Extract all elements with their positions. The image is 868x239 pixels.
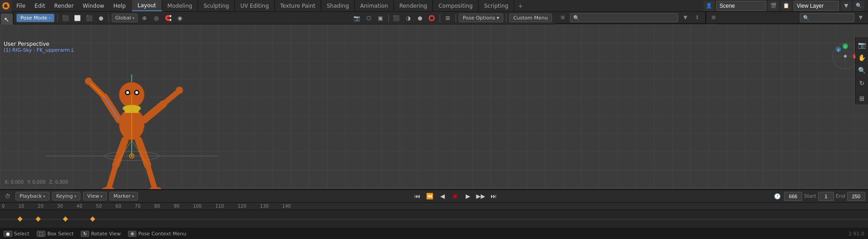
viewport-wireframe-icon[interactable]: ⬜ xyxy=(72,13,82,23)
solid-view-icon[interactable]: ⬛ xyxy=(392,13,402,23)
top-menu-bar: File Edit Render Window Help Layout Mode… xyxy=(0,0,868,12)
viewlayer-icon[interactable]: 📋 xyxy=(781,1,792,11)
timeline-header: ⏱ Playback ▾ Keying ▾ View ▾ Marker ▾ xyxy=(0,190,868,203)
properties-filter-icon[interactable]: ▼ xyxy=(856,13,865,22)
filter-icon[interactable]: ▼ xyxy=(841,1,852,11)
global-dropdown[interactable]: Global ▾ xyxy=(112,14,138,22)
outliner-editor-icon[interactable]: ⊞ xyxy=(558,13,567,22)
keyframe-channel xyxy=(0,210,868,228)
proportional-icon[interactable]: ◉ xyxy=(175,13,185,23)
svg-text:Y: Y xyxy=(844,45,847,49)
view-collection-icon[interactable]: ⊞ xyxy=(856,93,868,104)
viewport-canvas[interactable]: User Perspective (1) RIG-Sky : FK_uppera… xyxy=(0,24,868,189)
tab-texture-paint[interactable]: Texture Paint xyxy=(275,0,321,11)
separator-4 xyxy=(440,14,440,22)
tab-compositing[interactable]: Compositing xyxy=(433,0,478,11)
outliner-search-input[interactable] xyxy=(570,13,678,22)
outliner-filter-icon[interactable]: ▼ xyxy=(681,13,690,22)
camera-shading-icon[interactable]: 📷 xyxy=(352,13,362,23)
tab-layout[interactable]: Layout xyxy=(132,0,162,11)
tab-scripting[interactable]: Scripting xyxy=(479,0,514,11)
keyframe-marker[interactable] xyxy=(35,216,40,221)
svg-line-30 xyxy=(109,165,116,188)
marker-dropdown[interactable]: Marker ▾ xyxy=(109,192,139,200)
tab-rendering[interactable]: Rendering xyxy=(394,0,433,11)
tab-modeling[interactable]: Modeling xyxy=(162,0,198,11)
eevee-icon[interactable]: ⭕ xyxy=(427,13,437,23)
timeline-editor-icon[interactable]: ⏱ xyxy=(3,191,13,201)
menu-window[interactable]: Window xyxy=(78,0,109,11)
pose-context-status-label: Pose Context Menu xyxy=(138,231,186,237)
rendered-view-icon[interactable]: ● xyxy=(415,13,425,23)
svg-line-41 xyxy=(104,97,119,120)
select-status-label: Select xyxy=(14,231,30,237)
viewport-solid-icon[interactable]: ⬛ xyxy=(84,13,94,23)
navigation-gizmo[interactable]: X Y Z xyxy=(832,43,859,70)
start-frame-input[interactable] xyxy=(818,192,834,201)
pose-options-dropdown[interactable]: Pose Options ▾ xyxy=(459,14,503,22)
menu-render[interactable]: Render xyxy=(50,0,78,11)
top-menu-items: File Edit Render Window Help xyxy=(12,0,130,11)
view-rotate-icon[interactable]: ↻ xyxy=(856,77,868,89)
properties-header: ⊞ ▼ xyxy=(706,12,868,24)
current-frame-input[interactable] xyxy=(784,192,802,201)
separator-1 xyxy=(57,14,58,22)
separator-5 xyxy=(456,14,456,22)
viewport-rendered-icon[interactable]: ● xyxy=(96,13,106,23)
material-view-icon[interactable]: ◑ xyxy=(403,13,413,23)
pivot-icon[interactable]: ◎ xyxy=(151,13,161,23)
view-grab-icon[interactable]: ✋ xyxy=(856,52,868,63)
tab-animation[interactable]: Animation xyxy=(355,0,394,11)
properties-search-input[interactable] xyxy=(800,13,854,22)
menu-help[interactable]: Help xyxy=(109,0,130,11)
character-figure xyxy=(45,29,218,189)
playback-dropdown[interactable]: Playback ▾ xyxy=(15,192,50,200)
menu-file[interactable]: File xyxy=(12,0,30,11)
keyframe-marker[interactable] xyxy=(90,216,95,221)
view-zoom-icon[interactable]: 🔍 xyxy=(856,64,868,76)
xray-icon[interactable]: ▣ xyxy=(376,13,386,23)
outliner-sync-icon[interactable]: ↕ xyxy=(693,13,702,22)
search-topright-icon[interactable]: 🔍 xyxy=(853,1,864,11)
viewlayer-input[interactable] xyxy=(794,1,839,11)
box-key: ⬚ xyxy=(37,231,45,237)
custom-menu-button[interactable]: Custom Menu xyxy=(509,14,552,22)
scene-icon[interactable]: 🎬 xyxy=(768,1,779,11)
keyframe-marker[interactable] xyxy=(17,216,22,221)
blender-logo[interactable] xyxy=(0,0,12,12)
end-frame-input[interactable] xyxy=(847,192,865,201)
status-bar: ● Select ⬚ Box Select ↻ Rotate View ⊕ Po… xyxy=(0,228,868,239)
viewport-options-icon[interactable]: ⊞ xyxy=(443,13,453,23)
box-select-status-label: Box Select xyxy=(47,231,74,237)
keyframe-marker[interactable] xyxy=(63,216,68,221)
svg-line-33 xyxy=(148,165,154,188)
menu-edit[interactable]: Edit xyxy=(30,0,50,11)
tab-sculpting[interactable]: Sculpting xyxy=(198,0,235,11)
keying-dropdown[interactable]: Keying ▾ xyxy=(52,192,80,200)
record-button[interactable]: ⏺ xyxy=(450,191,460,201)
next-frame-button[interactable]: ▶▶ xyxy=(476,191,486,201)
viewport-overlay-icon[interactable]: ⬡ xyxy=(364,13,374,23)
prev-keyframe-button[interactable]: ⏪ xyxy=(425,191,435,201)
jump-end-button[interactable]: ⏭ xyxy=(488,191,498,201)
play-button[interactable]: ▶ xyxy=(463,191,473,201)
prev-frame-button[interactable]: ◀ xyxy=(437,191,447,201)
viewport-layout-icon[interactable]: ⬛ xyxy=(60,13,70,23)
tab-uv-editing[interactable]: UV Editing xyxy=(235,0,275,11)
view-timeline-dropdown[interactable]: View ▾ xyxy=(83,192,107,200)
user-icon[interactable]: 👤 xyxy=(704,1,714,11)
svg-point-19 xyxy=(126,91,129,94)
svg-point-20 xyxy=(135,91,138,94)
separator-6 xyxy=(506,14,506,22)
pose-mode-dropdown[interactable]: Pose Mode ▾ xyxy=(16,14,55,22)
tab-shading[interactable]: Shading xyxy=(321,0,355,11)
transform-icon[interactable]: ⊕ xyxy=(139,13,149,23)
jump-start-button[interactable]: ⏮ xyxy=(412,191,422,201)
clock-icon: 🕐 xyxy=(772,191,782,201)
view-camera-icon[interactable]: 📷 xyxy=(856,39,868,51)
scene-input[interactable] xyxy=(716,1,766,11)
add-workspace-button[interactable]: + xyxy=(514,2,527,10)
select-tool[interactable]: ↖ xyxy=(1,14,13,25)
snap-icon[interactable]: 🧲 xyxy=(163,13,173,23)
properties-editor-icon[interactable]: ⊞ xyxy=(709,13,718,22)
